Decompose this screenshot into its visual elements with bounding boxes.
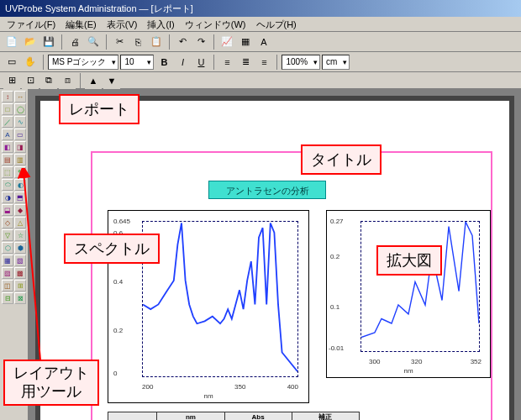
- save-icon[interactable]: 💾: [40, 34, 57, 50]
- xtick: 350: [234, 383, 245, 391]
- ungroup-icon[interactable]: ⧈: [59, 72, 76, 89]
- hand-icon[interactable]: ✋: [22, 54, 39, 71]
- xlabel: nm: [203, 392, 213, 400]
- palette-tool-27[interactable]: ▧: [14, 255, 26, 266]
- palette-tool-26[interactable]: ▦: [2, 255, 13, 266]
- palette-tool-14[interactable]: ⬭: [2, 179, 13, 191]
- align-left-icon[interactable]: ≡: [218, 54, 235, 71]
- plot-area: [142, 221, 298, 377]
- xlabel: nm: [403, 367, 413, 375]
- callout-zoom: 拡大図: [376, 245, 442, 276]
- palette-tool-31[interactable]: ⊞: [14, 280, 26, 291]
- underline-icon[interactable]: U: [192, 54, 209, 71]
- palette-tool-28[interactable]: ▨: [2, 267, 13, 279]
- palette-tool-2[interactable]: □: [2, 103, 13, 115]
- paste-icon[interactable]: 📋: [148, 34, 165, 50]
- palette-tool-12[interactable]: ⬚: [2, 166, 13, 178]
- palette-tool-5[interactable]: ∿: [14, 116, 26, 128]
- menu-edit[interactable]: 編集(E): [66, 18, 97, 29]
- palette-tool-0[interactable]: ↕: [2, 91, 13, 102]
- palette-tool-3[interactable]: ◯: [14, 103, 26, 115]
- menu-window[interactable]: ウィンドウ(W): [185, 18, 246, 29]
- grid-icon[interactable]: ⊞: [3, 72, 20, 89]
- palette-tool-29[interactable]: ▩: [14, 267, 26, 279]
- menu-view[interactable]: 表示(V): [107, 18, 138, 29]
- plot-area: [360, 221, 480, 352]
- palette-tool-15[interactable]: ◐: [14, 179, 26, 191]
- palette-tool-13[interactable]: ✎: [14, 166, 26, 178]
- toolbar-layout: ⊞ ⊡ ⧉ ⧈ ▲ ▼: [0, 72, 521, 89]
- zoom-select[interactable]: 100%: [282, 55, 320, 70]
- palette-tool-11[interactable]: ▥: [14, 154, 26, 165]
- italic-icon[interactable]: I: [174, 54, 191, 71]
- window-titlebar: UVProbe System Administration — [レポート]: [0, 0, 521, 17]
- table-header: 補正: [292, 412, 359, 421]
- palette-tool-9[interactable]: ◨: [14, 141, 26, 153]
- callout-spectrum: スペクトル: [64, 234, 160, 264]
- front-icon[interactable]: ▲: [85, 72, 102, 89]
- palette-tool-21[interactable]: △: [14, 217, 26, 228]
- xtick: 352: [471, 358, 482, 365]
- menu-insert[interactable]: 挿入(I): [147, 18, 174, 29]
- align-right-icon[interactable]: ≡: [255, 54, 272, 71]
- palette-tool-4[interactable]: ／: [2, 116, 13, 128]
- xtick: 400: [287, 383, 298, 391]
- palette-tool-7[interactable]: ▭: [14, 129, 26, 140]
- table-icon[interactable]: ▦: [237, 34, 254, 50]
- palette-tool-32[interactable]: ⊟: [2, 292, 13, 304]
- group-icon[interactable]: ⧉: [40, 72, 57, 89]
- open-icon[interactable]: 📂: [22, 34, 39, 50]
- print-icon[interactable]: 🖨: [66, 34, 83, 50]
- zoom-chart[interactable]: 0.27 0.2 0.1 -0.01 300 320 352 nm: [326, 210, 491, 378]
- palette-tool-6[interactable]: A: [2, 129, 13, 140]
- preview-icon[interactable]: 🔍: [85, 34, 102, 50]
- palette-tool-30[interactable]: ◫: [2, 280, 13, 291]
- table-header: [108, 412, 157, 421]
- palette-tool-8[interactable]: ◧: [2, 141, 13, 153]
- snap-icon[interactable]: ⊡: [22, 72, 39, 89]
- palette-tool-16[interactable]: ◑: [2, 192, 13, 203]
- align-center-icon[interactable]: ≣: [237, 54, 254, 71]
- table-header: Abs: [224, 412, 292, 421]
- palette-tool-17[interactable]: ⬒: [14, 192, 26, 203]
- font-select[interactable]: MS Pゴシック: [48, 55, 118, 70]
- toolbar-main: 📄 📂 💾 🖨 🔍 ✂ ⎘ 📋 ↶ ↷ 📈 ▦ A: [0, 32, 521, 52]
- text-icon[interactable]: A: [255, 34, 272, 50]
- pointer-icon[interactable]: ▭: [3, 54, 20, 71]
- palette-tool-25[interactable]: ⬢: [14, 242, 26, 254]
- palette-tool-1[interactable]: ↔: [14, 91, 26, 102]
- app-title: UVProbe System Administration — [レポート]: [5, 3, 193, 15]
- xtick: 320: [411, 358, 422, 365]
- menu-help[interactable]: ヘルプ(H): [256, 18, 297, 29]
- menu-file[interactable]: ファイル(F): [7, 18, 55, 29]
- menu-bar: ファイル(F) 編集(E) 表示(V) 挿入(I) ウィンドウ(W) ヘルプ(H…: [0, 17, 521, 32]
- new-icon[interactable]: 📄: [3, 34, 20, 50]
- back-icon[interactable]: ▼: [103, 72, 120, 89]
- report-title-block[interactable]: アントラセンの分析: [208, 181, 326, 199]
- spectrum-line: [143, 222, 297, 376]
- undo-icon[interactable]: ↶: [174, 34, 191, 50]
- ytick: 0.4: [113, 278, 123, 286]
- ytick: 0.2: [113, 327, 123, 334]
- palette-tool-33[interactable]: ⊠: [14, 292, 26, 304]
- palette-tool-24[interactable]: ⬡: [2, 242, 13, 254]
- callout-title: タイトル: [301, 144, 382, 175]
- callout-report: レポート: [59, 94, 139, 124]
- palette-tool-19[interactable]: ◆: [14, 204, 26, 216]
- copy-icon[interactable]: ⎘: [129, 34, 146, 50]
- peak-table[interactable]: nmAbs補正 1251.40.6310.631 2309.20.2410.24…: [108, 412, 360, 420]
- palette-tool-20[interactable]: ◇: [2, 217, 13, 228]
- font-size-select[interactable]: 10: [120, 55, 154, 70]
- palette-tool-18[interactable]: ⬓: [2, 204, 13, 216]
- palette-tool-23[interactable]: ☆: [14, 229, 26, 241]
- units-select[interactable]: cm: [322, 55, 350, 70]
- cut-icon[interactable]: ✂: [111, 34, 128, 50]
- redo-icon[interactable]: ↷: [192, 34, 209, 50]
- table-header: nm: [157, 412, 224, 421]
- palette-tool-22[interactable]: ▽: [2, 229, 13, 241]
- toolbar-format: ▭ ✋ MS Pゴシック 10 B I U ≡ ≣ ≡ 100% cm: [0, 52, 521, 72]
- chart-icon[interactable]: 📈: [218, 34, 235, 50]
- bold-icon[interactable]: B: [155, 54, 172, 71]
- palette-tool-10[interactable]: ▤: [2, 154, 13, 165]
- ytick: 0: [113, 370, 117, 377]
